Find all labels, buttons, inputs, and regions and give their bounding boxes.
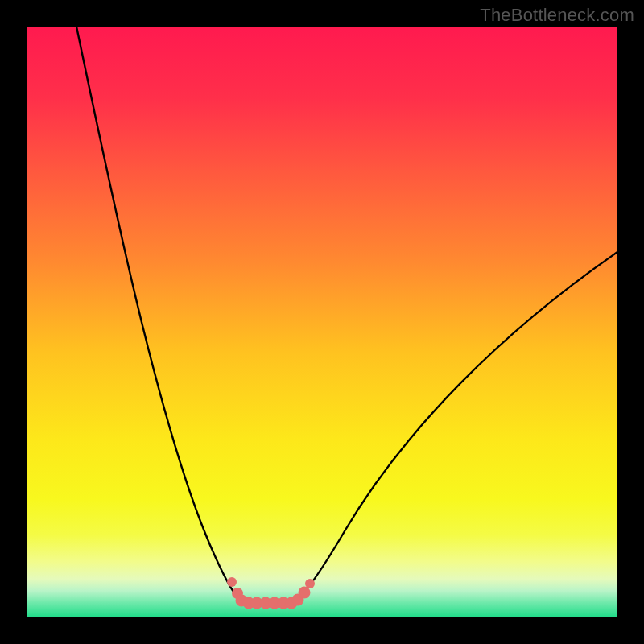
plot-area bbox=[27, 27, 617, 617]
bottleneck-curve bbox=[76, 27, 617, 603]
watermark-text: TheBottleneck.com bbox=[480, 5, 634, 26]
chart-frame: TheBottleneck.com bbox=[0, 0, 644, 644]
curve-layer bbox=[27, 27, 617, 617]
marker-dot bbox=[227, 577, 237, 587]
optimal-markers bbox=[227, 577, 315, 609]
marker-dot bbox=[305, 579, 315, 588]
marker-dot bbox=[299, 587, 311, 599]
